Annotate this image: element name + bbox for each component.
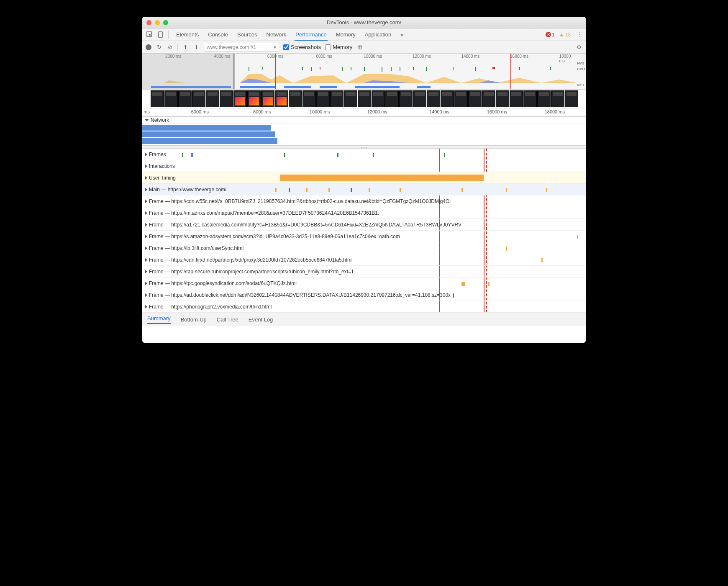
summary-body: [142, 326, 586, 343]
svg-rect-1: [158, 32, 162, 37]
frame-row[interactable]: Frame — https://cdn.krxd.net/partnerjs/x…: [142, 254, 586, 266]
overview-pane[interactable]: 2000 ms 4000 ms 6000 ms 8000 ms 10000 ms…: [142, 54, 586, 90]
inspect-icon[interactable]: [145, 30, 154, 39]
gc-icon[interactable]: 🗑: [356, 44, 363, 51]
recording-select[interactable]: www.theverge.com #1▾: [204, 43, 279, 52]
menu-icon[interactable]: ⋮: [577, 31, 583, 39]
network-section: Network: [142, 117, 586, 145]
reload-icon[interactable]: ↻: [156, 44, 162, 51]
frame-row[interactable]: Frame — https://phonograph2.voxmedia.com…: [142, 301, 586, 313]
user-timing-row[interactable]: User Timing: [142, 172, 586, 184]
record-button[interactable]: [146, 44, 151, 50]
fps-label: FPS: [577, 60, 585, 66]
warning-count[interactable]: ▲13: [559, 31, 571, 38]
net-label: NET: [577, 82, 585, 88]
tab-console[interactable]: Console: [207, 29, 229, 40]
range-handle-left[interactable]: [233, 54, 235, 89]
zoom-icon[interactable]: [163, 20, 168, 25]
frame-row[interactable]: Frame — https://a1721.casalemedia.com/if…: [142, 219, 586, 231]
tab-event-log[interactable]: Event Log: [249, 316, 273, 323]
main-tabbar: Elements Console Sources Network Perform…: [142, 28, 586, 41]
window-title: DevTools - www.theverge.com/: [142, 19, 586, 26]
flamechart[interactable]: Frames Interactions User Timing Main — h…: [142, 149, 586, 313]
load-icon[interactable]: ⬆: [182, 44, 189, 51]
titlebar[interactable]: DevTools - www.theverge.com/: [142, 17, 586, 28]
tab-memory[interactable]: Memory: [335, 29, 356, 40]
tab-performance[interactable]: Performance: [295, 29, 327, 41]
tab-application[interactable]: Application: [364, 29, 392, 40]
filmstrip[interactable]: [142, 90, 586, 108]
divider[interactable]: • • •: [142, 145, 586, 149]
tab-elements[interactable]: Elements: [175, 29, 200, 40]
frame-row[interactable]: Frame — https://s.amazon-adsystem.com/ec…: [142, 231, 586, 242]
frame-row[interactable]: Frame — https://m.adnxs.com/mapuid?membe…: [142, 207, 586, 219]
marker-load: [275, 54, 276, 89]
close-icon[interactable]: [146, 20, 151, 25]
main-thread-row[interactable]: Main — https://www.theverge.com/: [142, 184, 586, 195]
tab-summary[interactable]: Summary: [147, 315, 171, 324]
memory-checkbox[interactable]: Memory: [325, 44, 352, 50]
network-header[interactable]: Network: [142, 117, 586, 124]
cpu-label: CPU: [577, 66, 585, 72]
bottom-tabs: Summary Bottom-Up Call Tree Event Log: [142, 313, 586, 326]
devtools-window: DevTools - www.theverge.com/ Elements Co…: [142, 17, 586, 343]
frame-row[interactable]: Frame — https://ib.3lift.com/userSync.ht…: [142, 242, 586, 254]
marker-event: [510, 54, 511, 89]
minimize-icon[interactable]: [155, 20, 160, 25]
interactions-row[interactable]: Interactions: [142, 160, 586, 172]
tab-bottom-up[interactable]: Bottom-Up: [181, 316, 207, 323]
error-count[interactable]: ✕1: [546, 32, 555, 38]
save-icon[interactable]: ⬇: [193, 44, 200, 51]
device-icon[interactable]: [156, 30, 165, 39]
panel-tabs: Elements Console Sources Network Perform…: [175, 29, 405, 41]
frame-row[interactable]: Frame — https://tap-secure.rubiconprojec…: [142, 266, 586, 278]
clear-icon[interactable]: ⊘: [167, 44, 173, 51]
frame-row[interactable]: Frame — https://ad.doubleclick.net/ddm/a…: [142, 289, 586, 301]
traffic-lights: [146, 20, 168, 25]
settings-icon[interactable]: ⚙: [576, 44, 582, 51]
detail-ruler: ms 6000 ms 8000 ms 10000 ms 12000 ms 140…: [142, 108, 586, 117]
tab-sources[interactable]: Sources: [236, 29, 258, 40]
frame-row[interactable]: Frame — https://cdn.w55c.net/i/s_0RB7U9m…: [142, 195, 586, 207]
perf-toolbar: ↻ ⊘ ⬆ ⬇ www.theverge.com #1▾ Screenshots…: [142, 41, 586, 54]
frames-row[interactable]: Frames: [142, 149, 586, 160]
tab-overflow[interactable]: »: [400, 29, 404, 40]
tab-network[interactable]: Network: [266, 29, 287, 40]
tab-call-tree[interactable]: Call Tree: [217, 316, 238, 323]
screenshots-checkbox[interactable]: Screenshots: [283, 44, 321, 50]
frame-row[interactable]: Frame — https://tpc.googlesyndication.co…: [142, 278, 586, 289]
